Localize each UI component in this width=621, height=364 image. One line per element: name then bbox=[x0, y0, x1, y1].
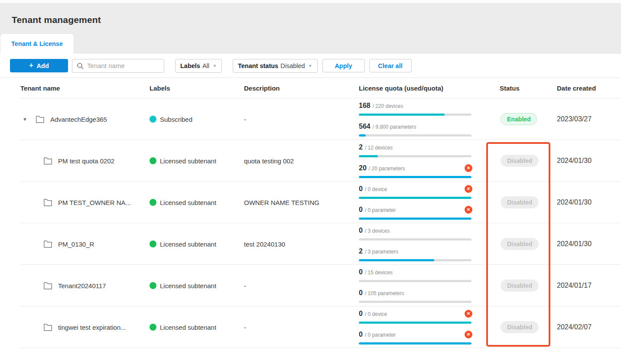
parameters-used-count: 2 bbox=[359, 247, 363, 255]
parameters-used-count: 0 bbox=[359, 331, 363, 338]
status-cell: Disabled bbox=[500, 196, 557, 208]
column-header-labels: Labels bbox=[150, 84, 244, 92]
devices-progress-fill bbox=[359, 155, 378, 157]
label-dot-icon bbox=[150, 199, 156, 206]
parameters-quota-label: / 3 parameters bbox=[365, 249, 398, 255]
date-created-text: 2024/01/30 bbox=[557, 198, 621, 206]
table-row[interactable]: ▼ tingwei test expiration... Licensed su… bbox=[0, 306, 621, 348]
parameters-quota-label: / 9,800 parameters bbox=[373, 124, 416, 130]
table-row[interactable]: ▼ AdvantechEdge365 Subscribed - 168 / 22… bbox=[0, 98, 621, 140]
column-header-tenant-name: Tenant name bbox=[0, 84, 150, 92]
status-badge: Disabled bbox=[501, 321, 539, 333]
folder-icon bbox=[43, 323, 52, 332]
label-cell: Licensed subtenant bbox=[150, 324, 244, 331]
label-text: Licensed subtenant bbox=[160, 199, 216, 206]
table-header-row: Tenant name Labels Description License q… bbox=[0, 78, 621, 98]
devices-used-count: 0 bbox=[359, 227, 363, 234]
label-dot-icon bbox=[150, 116, 156, 123]
description-text: quota testing 002 bbox=[244, 157, 359, 165]
tenant-name-text: Tenant20240117 bbox=[58, 282, 106, 289]
status-badge: Disabled bbox=[501, 238, 539, 250]
tenant-name-search[interactable] bbox=[72, 59, 164, 73]
table-row[interactable]: ▼ Tenant20240117 Licensed subtenant - 0 … bbox=[0, 265, 621, 306]
tenant-name-cell: ▼ PM_0130_R bbox=[0, 240, 150, 248]
label-dot-icon bbox=[150, 324, 156, 331]
folder-icon bbox=[43, 198, 52, 207]
parameters-quota: 0 / 0 parameter ✕ bbox=[359, 331, 471, 344]
apply-button[interactable]: Apply bbox=[322, 59, 365, 72]
status-badge: Disabled bbox=[501, 196, 539, 208]
devices-quota-label: / 12 devices bbox=[365, 145, 393, 151]
tenant-name-cell: ▼ AdvantechEdge365 bbox=[0, 115, 150, 124]
devices-quota-label: / 0 device bbox=[365, 311, 387, 317]
label-text: Subscribed bbox=[160, 116, 192, 123]
search-input[interactable] bbox=[87, 62, 159, 69]
table-row[interactable]: ▼ PM test quota 0202 Licensed subtenant … bbox=[0, 140, 621, 182]
label-cell: Licensed subtenant bbox=[150, 282, 244, 289]
license-quota-cell: 0 / 3 devices ✕ 2 / 3 parameters ✕ bbox=[359, 227, 471, 261]
parameters-quota: 564 / 9,800 parameters ✕ bbox=[359, 123, 471, 136]
parameters-used-count: 20 bbox=[359, 164, 367, 172]
tenant-name-cell: ▼ tingwei test expiration... bbox=[0, 323, 150, 332]
folder-icon bbox=[36, 115, 45, 124]
license-quota-cell: 168 / 220 devices ✕ 564 / 9,800 paramete… bbox=[359, 102, 471, 136]
parameters-quota: 20 / 20 parameters ✕ bbox=[359, 164, 471, 178]
quota-error-icon: ✕ bbox=[465, 310, 472, 318]
parameters-progress-bar bbox=[359, 134, 471, 136]
tenant-name-cell: ▼ PM test quota 0202 bbox=[0, 157, 150, 165]
devices-quota-label: / 15 devices bbox=[365, 270, 393, 276]
top-strip bbox=[0, 0, 621, 3]
parameters-used-count: 0 bbox=[359, 206, 363, 214]
tenant-management-page: Tenant management Tenant & License + Add… bbox=[0, 0, 621, 364]
tenant-status-filter-dropdown[interactable]: Tenant status Disabled ▼ bbox=[233, 59, 318, 73]
label-text: Licensed subtenant bbox=[160, 282, 216, 289]
description-text: - bbox=[244, 116, 359, 123]
add-button[interactable]: + Add bbox=[10, 59, 68, 72]
status-cell: Disabled bbox=[500, 155, 557, 167]
labels-filter-label: Labels bbox=[180, 62, 200, 69]
devices-used-count: 0 bbox=[359, 268, 363, 276]
chevron-down-icon: ▼ bbox=[213, 64, 217, 68]
parameters-progress-bar bbox=[359, 176, 471, 178]
status-badge: Enabled bbox=[501, 113, 537, 125]
parameters-quota-label: / 105 parameters bbox=[365, 290, 404, 296]
date-created-text: 2024/01/17 bbox=[557, 282, 621, 289]
label-dot-icon bbox=[150, 282, 156, 289]
folder-icon bbox=[43, 157, 52, 165]
description-text: - bbox=[244, 282, 359, 289]
status-badge: Disabled bbox=[501, 155, 539, 167]
parameters-progress-fill bbox=[359, 134, 366, 136]
label-cell: Licensed subtenant bbox=[150, 240, 244, 248]
label-dot-icon bbox=[150, 240, 156, 247]
labels-filter-dropdown[interactable]: Labels All ▼ bbox=[175, 59, 222, 73]
parameters-quota: 0 / 0 parameter ✕ bbox=[359, 206, 471, 220]
clear-all-button[interactable]: Clear all bbox=[369, 59, 412, 72]
quota-error-icon: ✕ bbox=[465, 331, 472, 338]
status-cell: Disabled bbox=[500, 238, 557, 250]
devices-used-count: 2 bbox=[359, 143, 363, 151]
devices-quota: 0 / 15 devices ✕ bbox=[359, 268, 471, 282]
devices-used-count: 0 bbox=[359, 185, 363, 193]
date-created-text: 2024/01/30 bbox=[557, 240, 621, 248]
status-cell: Disabled bbox=[500, 321, 557, 333]
label-cell: Licensed subtenant bbox=[150, 157, 244, 165]
parameters-used-count: 0 bbox=[359, 289, 363, 297]
devices-used-count: 0 bbox=[359, 310, 363, 318]
description-text: test 20240130 bbox=[244, 240, 359, 248]
devices-progress-fill bbox=[359, 322, 471, 324]
devices-progress-bar bbox=[359, 155, 471, 157]
table-row[interactable]: ▼ PM TEST_OWNER NA... Licensed subtenant… bbox=[0, 182, 621, 223]
tenant-name-text: PM_0130_R bbox=[58, 240, 94, 248]
page-title: Tenant management bbox=[12, 15, 101, 25]
tenant-status-filter-value: Disabled bbox=[280, 62, 305, 69]
expand-caret-icon[interactable]: ▼ bbox=[23, 117, 29, 122]
parameters-progress-fill bbox=[359, 218, 471, 220]
tenant-status-filter-label: Tenant status bbox=[238, 62, 278, 69]
tenant-name-cell: ▼ PM TEST_OWNER NA... bbox=[0, 198, 150, 207]
table-body: ▼ AdvantechEdge365 Subscribed - 168 / 22… bbox=[0, 98, 621, 348]
tenant-name-cell: ▼ Tenant20240117 bbox=[0, 282, 150, 290]
table-row[interactable]: ▼ PM_0130_R Licensed subtenant test 2024… bbox=[0, 223, 621, 265]
tab-tenant-and-license[interactable]: Tenant & License bbox=[0, 33, 74, 54]
devices-quota: 0 / 0 device ✕ bbox=[359, 310, 471, 324]
parameters-progress-bar bbox=[359, 342, 471, 344]
